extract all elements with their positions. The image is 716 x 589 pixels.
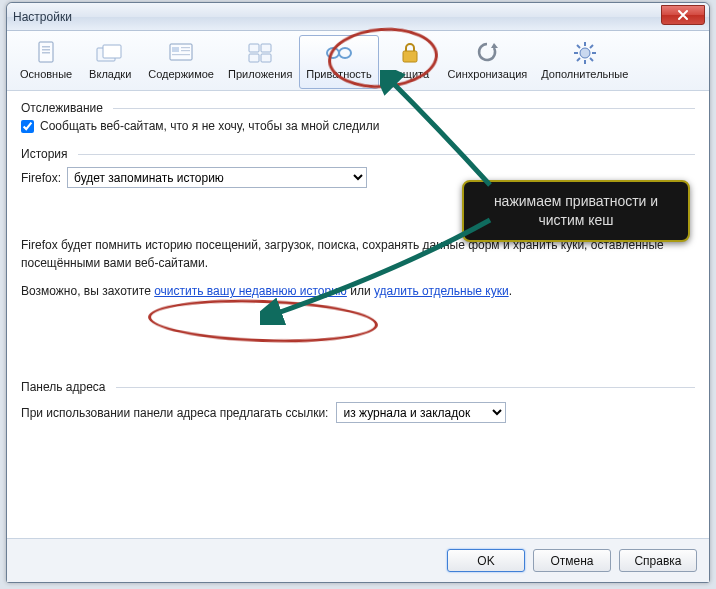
tab-privacy[interactable]: Приватность (299, 35, 378, 89)
separator-line (113, 108, 695, 109)
svg-point-20 (580, 48, 590, 58)
svg-point-16 (339, 48, 351, 58)
address-panel-header: Панель адреса (21, 380, 695, 394)
svg-rect-5 (103, 45, 121, 58)
svg-rect-1 (42, 46, 50, 48)
svg-line-27 (590, 45, 593, 48)
svg-rect-3 (42, 52, 50, 54)
window-title: Настройки (13, 10, 72, 24)
svg-rect-10 (172, 54, 190, 55)
history-label: История (21, 147, 68, 161)
tab-applications[interactable]: Приложения (221, 35, 299, 89)
svg-rect-12 (261, 44, 271, 52)
history-section-header: История (21, 147, 695, 161)
svg-point-15 (327, 48, 339, 58)
tab-label: Содержимое (148, 68, 214, 80)
tab-general[interactable]: Основные (13, 35, 79, 89)
annotation-text: нажимаем приватности и чистим кеш (494, 193, 658, 228)
history-mode-select[interactable]: будет запоминать историю (67, 167, 367, 188)
toolbar: Основные Вкладки Содержимое Приложения П… (7, 31, 709, 91)
tab-label: Защита (390, 68, 429, 80)
history-maybe-prefix: Возможно, вы захотите (21, 284, 154, 298)
annotation-callout: нажимаем приватности и чистим кеш (462, 180, 690, 242)
tab-label: Дополнительные (541, 68, 628, 80)
privacy-icon (323, 38, 355, 68)
general-icon (30, 38, 62, 68)
ok-button[interactable]: OK (447, 549, 525, 572)
svg-line-28 (577, 58, 580, 61)
svg-rect-9 (181, 50, 190, 51)
apps-icon (244, 38, 276, 68)
tab-label: Синхронизация (448, 68, 528, 80)
svg-rect-18 (403, 51, 417, 62)
svg-rect-11 (249, 44, 259, 52)
cancel-button[interactable]: Отмена (533, 549, 611, 572)
do-not-track-checkbox[interactable] (21, 120, 34, 133)
history-description: Firefox будет помнить историю посещений,… (21, 236, 695, 300)
tab-advanced[interactable]: Дополнительные (534, 35, 635, 89)
svg-rect-7 (172, 47, 179, 52)
separator-line (116, 387, 696, 388)
history-period: . (509, 284, 512, 298)
svg-line-26 (590, 58, 593, 61)
tabs-icon (94, 38, 126, 68)
tab-sync[interactable]: Синхронизация (441, 35, 535, 89)
clear-history-link[interactable]: очистить вашу недавнюю историю (154, 284, 347, 298)
content-icon (165, 38, 197, 68)
svg-rect-13 (249, 54, 259, 62)
svg-line-25 (577, 45, 580, 48)
titlebar: Настройки (7, 3, 709, 31)
tracking-label: Отслеживание (21, 101, 103, 115)
tab-label: Основные (20, 68, 72, 80)
do-not-track-label: Сообщать веб-сайтам, что я не хочу, чтоб… (40, 119, 379, 133)
history-or: или (347, 284, 374, 298)
sync-icon (471, 38, 503, 68)
delete-cookies-link[interactable]: удалить отдельные куки (374, 284, 509, 298)
separator-line (78, 154, 695, 155)
history-dropdown-prefix: Firefox: (21, 171, 61, 185)
close-icon (677, 9, 689, 21)
address-suggest-select[interactable]: из журнала и закладок (336, 402, 506, 423)
settings-window: Настройки Основные Вкладки Содержимое (6, 2, 710, 583)
address-panel-label: Панель адреса (21, 380, 106, 394)
close-button[interactable] (661, 5, 705, 25)
tab-security[interactable]: Защита (379, 35, 441, 89)
svg-rect-2 (42, 49, 50, 51)
footer: OK Отмена Справка (7, 538, 709, 582)
tab-content[interactable]: Содержимое (141, 35, 221, 89)
svg-rect-14 (261, 54, 271, 62)
tracking-section-header: Отслеживание (21, 101, 695, 115)
svg-marker-19 (491, 43, 498, 48)
lock-icon (394, 38, 426, 68)
tab-label: Приложения (228, 68, 292, 80)
tab-label: Вкладки (89, 68, 131, 80)
tab-tabs[interactable]: Вкладки (79, 35, 141, 89)
svg-rect-8 (181, 47, 190, 48)
gear-icon (569, 38, 601, 68)
content-area: Отслеживание Сообщать веб-сайтам, что я … (7, 91, 709, 433)
address-suggest-prefix: При использовании панели адреса предлага… (21, 406, 328, 420)
help-button[interactable]: Справка (619, 549, 697, 572)
tab-label: Приватность (306, 68, 371, 80)
